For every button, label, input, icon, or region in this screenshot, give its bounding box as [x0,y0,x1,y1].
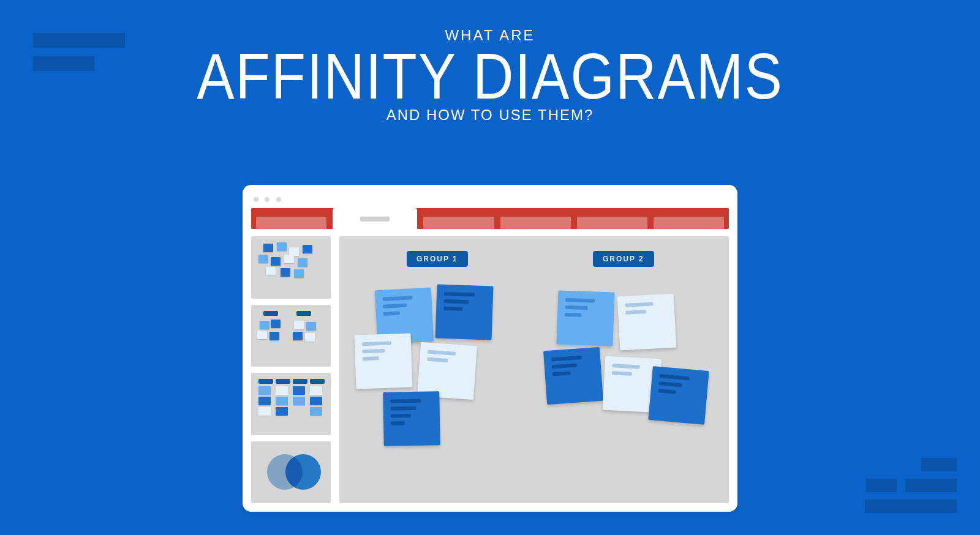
sticky-note [648,366,709,425]
deco-bar [865,499,957,513]
mini-note-icon [271,320,281,328]
sticky-note [556,290,614,346]
ribbon-tab [423,217,494,229]
mini-chip-icon [258,379,273,384]
mini-chip-icon [293,379,307,384]
mini-column [258,379,272,417]
mini-column [310,379,323,417]
window-dot-icon [276,197,281,202]
ribbon-tab [654,217,724,229]
mini-note-icon [281,268,290,277]
mini-note-icon [310,386,322,395]
decoration-bottom-right [859,451,957,513]
window-dot-icon [254,197,258,202]
mini-column [293,379,306,407]
mini-note-icon [294,269,304,278]
deco-bar [921,458,957,471]
mini-note-icon [277,242,287,251]
mini-note-icon [305,333,315,342]
mini-note-icon [303,245,312,253]
mini-note-icon [276,407,288,416]
ribbon-tab [577,217,647,229]
app-window: GROUP 1 GROUP 2 [243,185,737,512]
mini-note-icon [270,332,279,340]
mini-chip-icon [296,311,311,316]
mini-note-icon [271,257,281,266]
mini-note-icon [294,321,304,329]
mini-note-icon [258,255,268,263]
deco-bar [866,479,897,492]
thumbnail-panel [251,236,331,503]
mini-note-icon [276,386,288,395]
mini-note-icon [310,397,322,405]
mini-note-icon [260,321,270,329]
mini-note-icon [284,255,294,263]
mini-note-icon [257,331,267,339]
ribbon-tab-active [333,208,417,229]
mini-note-icon [276,397,288,405]
deco-bar [905,479,957,492]
slide-canvas: GROUP 1 GROUP 2 [339,236,729,503]
mini-note-icon [266,267,276,275]
group-label-2: GROUP 2 [593,251,654,267]
mini-chip-icon [276,379,290,384]
mini-note-icon [258,407,271,416]
mini-chip-icon [310,379,325,384]
mini-note-icon [310,407,322,416]
workspace: GROUP 1 GROUP 2 [251,236,729,503]
sticky-note [383,391,440,446]
ribbon-bar [251,208,729,229]
mini-note-icon [258,386,271,395]
thumbnail-slide [251,373,331,435]
ribbon-tabs [251,208,729,229]
window-controls [254,193,285,204]
group-label-1: GROUP 1 [407,251,468,267]
sticky-note [617,294,676,351]
venn-icon [256,446,326,499]
mini-note-icon [293,332,303,340]
mini-note-icon [293,386,305,395]
mini-note-icon [298,258,307,267]
thumbnail-slide [251,305,331,367]
mini-note-icon [306,322,316,331]
ribbon-tab [256,217,326,229]
mini-note-icon [293,397,305,405]
title-line-2: AFFINITY DIAGRAMS [0,43,980,108]
title-block: WHAT ARE AFFINITY DIAGRAMS AND HOW TO US… [0,27,980,124]
mini-note-icon [258,397,271,405]
sticky-note [543,347,603,405]
window-dot-icon [265,197,270,202]
mini-chip-icon [263,311,278,316]
ribbon-tab [500,217,571,229]
mini-note-icon [263,244,273,252]
mini-column [276,379,289,417]
sticky-note [435,284,493,340]
sticky-note [354,333,412,389]
thumbnail-slide [251,441,331,504]
venn-circle [285,454,321,490]
thumbnail-slide [251,236,331,299]
